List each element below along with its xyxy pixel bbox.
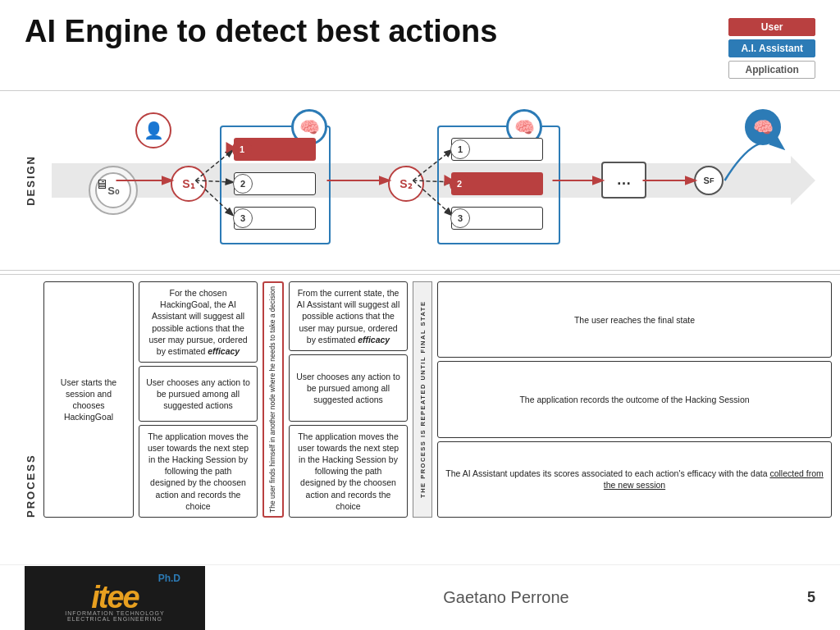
process-inner: User starts the session and chooses Hack… [43, 281, 832, 518]
footer: Ph.D itee INFORMATION TECHNOLOGYELECTRIC… [0, 564, 840, 630]
ellipsis-box: … [601, 162, 646, 199]
person-icon: 👤 [135, 112, 171, 148]
s1-label: S₁ [171, 166, 207, 202]
proc-label-repeated: THE PROCESS IS REPEATED UNTIL FINAL STAT… [413, 281, 432, 518]
proc-box-vert-node: The user finds himself in another node w… [262, 281, 284, 518]
process-col3: From the current state, the AI Assistant… [289, 281, 408, 518]
s1-actions: 1 2 3 [234, 135, 316, 232]
proc-box-ai-suggest-2: From the current state, the AI Assistant… [289, 281, 408, 351]
legend-user: User [728, 18, 815, 36]
s1-action-1: 1 [234, 138, 316, 161]
proc-box-app-move-1: The application moves the user towards t… [139, 425, 258, 518]
proc-box-final-state: The user reaches the final state [437, 281, 832, 358]
sf-label: SF [694, 166, 724, 195]
divider-mid [0, 270, 840, 271]
s2-action-2: 2 [451, 172, 543, 195]
proc-box-app-records: The application records the outcome of t… [437, 361, 832, 437]
logo-phd: Ph.D [158, 573, 180, 584]
process-vert-repeated: THE PROCESS IS REPEATED UNTIL FINAL STAT… [413, 281, 432, 518]
process-col4: The user reaches the final state The app… [437, 281, 832, 518]
s1-action-3: 3 [234, 207, 316, 230]
ai-brain-sf: 🧠 [745, 109, 781, 145]
process-col2: For the chosen HackingGoal, the AI Assis… [139, 281, 258, 518]
process-col1: User starts the session and chooses Hack… [43, 281, 134, 518]
s2-node: S₂ [388, 166, 424, 202]
design-diagram: 👤 S₀ 🖥 🧠 S₁ 1 2 [43, 103, 832, 258]
proc-box-user-choose-2: User chooses any action to be pursued am… [289, 354, 408, 422]
s2-label: S₂ [388, 166, 424, 202]
s2-action-3: 3 [451, 207, 543, 230]
legend-app: Application [728, 61, 815, 79]
footer-author: Gaetano Perrone [443, 588, 568, 607]
proc-box-app-move-2: The application moves the user towards t… [289, 425, 408, 518]
proc-box-ai-suggest-1: For the chosen HackingGoal, the AI Assis… [139, 281, 258, 363]
laptop-icon: 🖥 [95, 177, 108, 192]
proc-box-user-choose-1: User chooses any action to be pursued am… [139, 366, 258, 422]
legend-ai: A.I. Assistant [728, 39, 815, 57]
s0-label: S₀ [107, 185, 119, 197]
proc-box-ai-updates: The AI Assistant updates its scores asso… [437, 441, 832, 518]
design-section: DESIGN [0, 94, 840, 267]
legend: User A.I. Assistant Application [728, 18, 815, 79]
s2-actions: 1 2 3 [451, 135, 543, 232]
process-label: PROCESS [25, 281, 37, 518]
process-vert-mid: The user finds himself in another node w… [262, 281, 284, 518]
s1-action-2: 2 [234, 172, 316, 195]
logo-subtitle: INFORMATION TECHNOLOGYELECTRICAL ENGINEE… [25, 610, 205, 622]
s0-node: S₀ 🖥 [89, 166, 138, 215]
sf-node: SF [694, 166, 724, 195]
footer-page: 5 [807, 589, 815, 606]
s2-action-1: 1 [451, 138, 543, 161]
s1-node: S₁ [171, 166, 207, 202]
design-label: DESIGN [25, 155, 37, 206]
footer-logo: Ph.D itee INFORMATION TECHNOLOGYELECTRIC… [25, 566, 205, 630]
person-node: 👤 [135, 112, 171, 148]
divider-top [0, 90, 840, 91]
proc-box-user-start: User starts the session and chooses Hack… [43, 281, 134, 518]
title-area: AI Engine to detect best actions User A.… [0, 0, 840, 87]
process-section: PROCESS User starts the session and choo… [0, 274, 840, 524]
ai-brain-icon-sf: 🧠 [745, 109, 781, 145]
page-title: AI Engine to detect best actions [25, 15, 497, 49]
